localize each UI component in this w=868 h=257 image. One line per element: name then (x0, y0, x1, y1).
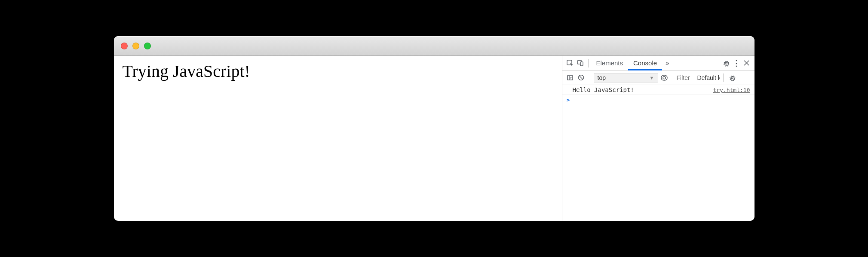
window-content: Trying JavaScript! Elements (114, 56, 755, 221)
console-log-source-link[interactable]: try.html:10 (713, 87, 750, 93)
context-selector[interactable]: top ▼ (594, 73, 658, 83)
separator (590, 73, 590, 82)
minimize-window-button[interactable] (132, 43, 139, 49)
devtools-tabbar: Elements Console » ⋮ (562, 56, 755, 70)
console-log-message: Hello JavaScript! (573, 86, 713, 93)
window-titlebar (114, 36, 755, 56)
svg-rect-2 (580, 62, 583, 66)
live-expression-icon[interactable] (659, 73, 669, 83)
browser-window: Trying JavaScript! Elements (114, 36, 755, 221)
clear-console-icon[interactable] (576, 73, 586, 83)
filter-input[interactable] (677, 74, 695, 81)
page-viewport: Trying JavaScript! (114, 56, 562, 221)
settings-icon[interactable] (721, 58, 731, 68)
prompt-caret-icon: > (567, 97, 570, 103)
separator (588, 59, 589, 67)
maximize-window-button[interactable] (144, 43, 151, 49)
close-devtools-icon[interactable] (742, 58, 752, 68)
svg-rect-3 (567, 76, 573, 80)
separator (673, 73, 673, 82)
toggle-sidebar-icon[interactable] (565, 73, 575, 83)
console-toolbar: top ▼ Default levels (562, 70, 755, 85)
page-heading: Trying JavaScript! (123, 61, 553, 81)
svg-point-5 (663, 76, 666, 79)
close-window-button[interactable] (121, 43, 128, 49)
console-output: Hello JavaScript! try.html:10 > (562, 85, 755, 221)
console-settings-icon[interactable] (727, 73, 737, 83)
more-tabs-icon[interactable]: » (662, 58, 672, 68)
chevron-down-icon: ▼ (650, 75, 654, 80)
log-levels-selector[interactable]: Default levels (696, 74, 720, 81)
console-log-entry: Hello JavaScript! try.html:10 (562, 85, 755, 95)
kebab-menu-icon[interactable]: ⋮ (731, 58, 742, 68)
device-toggle-icon[interactable] (575, 58, 586, 68)
tab-console[interactable]: Console (628, 56, 662, 70)
console-prompt[interactable]: > (562, 95, 755, 105)
context-selector-label: top (598, 74, 606, 81)
devtools-panel: Elements Console » ⋮ (562, 56, 755, 221)
tab-elements[interactable]: Elements (591, 56, 629, 70)
separator (723, 73, 724, 82)
inspect-element-icon[interactable] (565, 58, 575, 68)
